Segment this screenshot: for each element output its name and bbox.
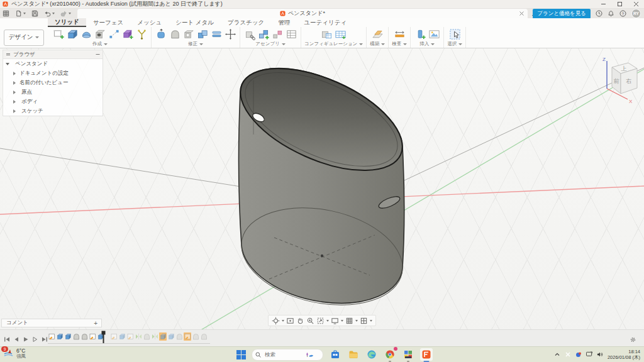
step-back-button[interactable]	[13, 334, 19, 345]
look-at-button[interactable]	[286, 317, 294, 325]
ribbon-tab-2[interactable]: サーフェス	[86, 18, 130, 27]
joint-button[interactable]	[257, 28, 270, 40]
taskbar-clock[interactable]: 18:14 2026/01/08 (木)	[608, 349, 640, 360]
revolve-button[interactable]	[80, 28, 92, 40]
fillet-button[interactable]	[169, 28, 181, 40]
browser-item-row[interactable]: 原点	[3, 87, 103, 97]
toolbar-group-label[interactable]: 修正	[188, 41, 203, 47]
timeline-scroll-track[interactable]	[48, 343, 210, 344]
select-tool-button[interactable]	[448, 28, 461, 40]
taskbar-app-app-grid[interactable]	[402, 348, 414, 361]
taskbar-search-box[interactable]	[252, 349, 323, 361]
play-button[interactable]	[23, 334, 29, 345]
ribbon-tab-6[interactable]: 管理	[271, 18, 297, 27]
document-tab[interactable]: ペンスタンド*	[77, 9, 528, 18]
taskbar-app-chrome[interactable]	[384, 348, 396, 361]
timeline-item-extrude[interactable]	[64, 332, 72, 341]
timeline-item-fillet[interactable]	[200, 332, 208, 341]
zoom-button[interactable]	[306, 317, 314, 325]
minimize-button[interactable]	[595, 0, 611, 8]
collapse-arrow-icon[interactable]	[13, 109, 16, 113]
sketch-dims-button[interactable]	[108, 28, 120, 40]
new-component-button[interactable]	[243, 28, 256, 40]
viewcube[interactable]: Z X 上 前 右	[596, 53, 641, 105]
extrude-button[interactable]	[66, 28, 79, 40]
browser-item-row[interactable]: ドキュメントの設定	[3, 69, 103, 78]
fit-button[interactable]	[316, 317, 329, 325]
grid-button[interactable]	[345, 317, 358, 325]
taskbar-app-store[interactable]	[329, 348, 341, 361]
timeline-item-sketch[interactable]	[126, 332, 134, 341]
timeline-item-fillet[interactable]	[143, 332, 150, 341]
toolbar-group-label[interactable]: 検査	[392, 41, 407, 47]
tray-chevron-up-icon[interactable]	[554, 351, 560, 358]
collapse-arrow-icon[interactable]	[13, 72, 16, 75]
thicken-button[interactable]	[210, 28, 223, 40]
construct-plane-button[interactable]	[371, 28, 384, 40]
preferences-gear-icon[interactable]	[630, 334, 636, 346]
browser-root-row[interactable]: ペンスタンド	[3, 59, 103, 69]
timeline-item-sketch[interactable]	[110, 332, 118, 341]
search-input[interactable]	[264, 351, 303, 358]
display-button[interactable]	[331, 317, 343, 325]
generative-button[interactable]	[135, 28, 148, 40]
sketch-center-point[interactable]	[321, 255, 323, 257]
timeline-item-mirror[interactable]	[151, 332, 158, 341]
taskbar-app-edge[interactable]	[365, 348, 378, 361]
tray-status-dot-icon[interactable]	[575, 351, 582, 358]
browser-item-row[interactable]: 名前の付いたビュー	[3, 78, 103, 87]
taskbar-app-fusion[interactable]	[420, 348, 433, 361]
timeline-item-fillet[interactable]	[72, 332, 80, 341]
job-status-icon[interactable]	[596, 10, 602, 17]
timeline-item-extrude[interactable]	[118, 332, 126, 341]
toolbar-group-label[interactable]: 選択	[447, 41, 462, 47]
collapse-arrow-icon[interactable]	[13, 100, 16, 104]
timeline-item-sketch[interactable]	[184, 332, 191, 341]
expand-arrow-icon[interactable]	[6, 63, 9, 65]
weather-widget[interactable]: 9 6°C 強風	[3, 348, 26, 359]
pen-stand-model[interactable]	[226, 48, 417, 319]
collapse-arrow-icon[interactable]	[13, 90, 16, 94]
ribbon-tab-1[interactable]: ソリッド	[48, 18, 86, 27]
toolbar-group-label[interactable]: 作成	[92, 41, 108, 47]
timeline-item-extrude[interactable]	[167, 332, 175, 341]
help-icon[interactable]: ?	[619, 10, 626, 17]
3d-viewport[interactable]: ブラウザ ペンスタンドドキュメントの設定名前の付いたビュー原点ボディスケッチ Z…	[0, 48, 644, 346]
document-tab-close-icon[interactable]	[519, 11, 525, 16]
panel-collapse-icon[interactable]	[96, 52, 100, 57]
maximize-button[interactable]	[611, 0, 628, 8]
workspace-selector[interactable]: デザイン	[4, 30, 44, 46]
close-button[interactable]	[628, 0, 644, 8]
press-pull-button[interactable]	[155, 28, 167, 40]
timeline-position-marker[interactable]	[101, 331, 106, 344]
browser-item-row[interactable]: ボディ	[3, 97, 103, 106]
ribbon-tab-4[interactable]: シート メタル	[169, 18, 221, 27]
add-comment-button[interactable]: +	[94, 320, 97, 327]
move-button[interactable]	[224, 28, 236, 40]
timeline-item-fillet[interactable]	[175, 332, 183, 341]
user-avatar[interactable]: RY	[631, 9, 641, 18]
sketch-create-button[interactable]	[52, 28, 65, 40]
step-forward-button[interactable]	[32, 334, 38, 345]
timeline-item-fillet[interactable]	[192, 332, 199, 341]
pan-button[interactable]	[296, 317, 304, 325]
viewcube-front-label[interactable]: 前	[613, 78, 619, 85]
timeline-item-mirror[interactable]	[135, 332, 142, 341]
timeline-item-sketch[interactable]	[89, 332, 96, 341]
config-table-button[interactable]	[335, 28, 347, 40]
timeline-item-fillet[interactable]	[80, 332, 88, 341]
viewcube-right-label[interactable]: 右	[625, 78, 632, 85]
tray-display-icon[interactable]	[586, 351, 592, 358]
bom-table-button[interactable]	[285, 28, 297, 40]
shell-button[interactable]	[182, 28, 195, 40]
panel-menu-icon[interactable]	[6, 52, 11, 57]
form-box-button[interactable]	[121, 28, 134, 40]
toolbar-group-label[interactable]: コンフィギュレーション	[304, 41, 363, 47]
collapse-arrow-icon[interactable]	[13, 81, 16, 85]
browser-item-row[interactable]: スケッチ	[3, 106, 103, 116]
canvas-button[interactable]	[428, 28, 440, 40]
plans-pricing-button[interactable]: プランと価格を見る	[533, 9, 591, 19]
undo-button[interactable]	[44, 10, 55, 17]
configure-button[interactable]	[321, 28, 333, 40]
data-panel-toggle-button[interactable]	[3, 10, 9, 17]
